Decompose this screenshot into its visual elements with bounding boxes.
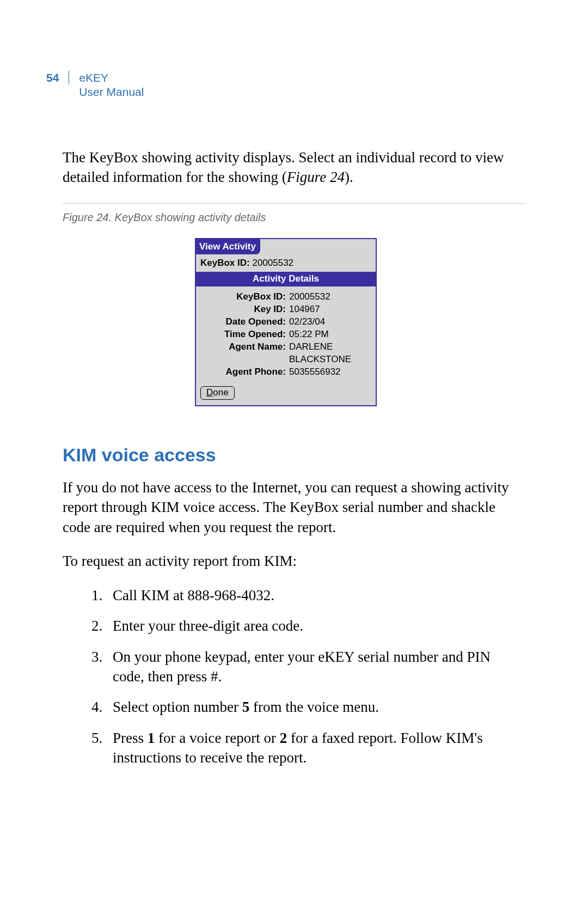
header-doctype: User Manual [79, 85, 144, 99]
detail-row: KeyBox ID: 20005532 [201, 291, 370, 303]
kim-steps-list: Call KIM at 888-968-4032. Enter your thr… [84, 585, 525, 768]
detail-value: DARLENE [289, 341, 370, 353]
detail-value: 05:22 PM [289, 328, 370, 341]
step4-pre: Select option number [113, 699, 242, 715]
step5-a: Press [113, 730, 148, 746]
detail-label: Key ID: [201, 303, 289, 316]
kim-paragraph: If you do not have access to the Interne… [63, 478, 525, 537]
step-2: Enter your three-digit area code. [106, 616, 525, 636]
done-button-rest: one [213, 387, 228, 398]
figure-ref: Figure 24 [287, 169, 345, 185]
detail-value: 104967 [289, 303, 370, 316]
detail-label: Agent Phone: [201, 366, 289, 379]
detail-value: 02/23/04 [289, 316, 370, 328]
activity-details-header: Activity Details [196, 272, 376, 286]
section-heading-kim-voice-access: KIM voice access [63, 444, 525, 466]
palm-titlebar: View Activity [196, 239, 376, 254]
step-3: On your phone keypad, enter your eKEY se… [106, 647, 525, 687]
intro-paragraph: The KeyBox showing activity displays. Se… [63, 148, 525, 187]
detail-value: 5035556932 [289, 366, 370, 379]
palm-footer: Done [196, 383, 376, 405]
done-button-underline: D [206, 387, 213, 398]
intro-text: The KeyBox showing activity displays. Se… [63, 149, 504, 185]
detail-row: . BLACKSTONE [201, 353, 370, 366]
page-header: 54 eKEY User Manual [46, 71, 525, 100]
detail-value: BLACKSTONE [289, 353, 370, 366]
detail-row: Date Opened: 02/23/04 [201, 316, 370, 328]
detail-value: 20005532 [289, 291, 370, 303]
detail-row: Agent Phone: 5035556932 [201, 366, 370, 379]
detail-row: Time Opened: 05:22 PM [201, 328, 370, 341]
kim-lead-in: To request an activity report from KIM: [63, 551, 525, 571]
header-product: eKEY [79, 71, 144, 85]
detail-label: Date Opened: [201, 316, 289, 328]
step5-opt1: 1 [148, 730, 155, 746]
figure-caption: Figure 24. KeyBox showing activity detai… [63, 211, 525, 224]
activity-details-body: KeyBox ID: 20005532 Key ID: 104967 Date … [196, 286, 376, 383]
step5-opt2: 2 [280, 730, 287, 746]
step4-post: from the voice menu. [249, 699, 379, 715]
step5-b: for a voice report or [155, 730, 279, 746]
step-1: Call KIM at 888-968-4032. [106, 585, 525, 605]
keybox-id-label: KeyBox ID: [200, 258, 250, 268]
detail-label: Time Opened: [201, 328, 289, 341]
step-4: Select option number 5 from the voice me… [106, 697, 525, 717]
detail-label: KeyBox ID: [201, 291, 289, 303]
keybox-activity-screenshot: View Activity KeyBox ID: 20005532 Activi… [195, 238, 377, 406]
header-doc-title: eKEY User Manual [69, 71, 144, 100]
keybox-id-value: 20005532 [252, 258, 293, 268]
page-number: 54 [46, 71, 69, 84]
detail-label: Agent Name: [201, 341, 289, 353]
step-5: Press 1 for a voice report or 2 for a fa… [106, 728, 525, 768]
intro-text-end: ). [345, 169, 353, 185]
step4-option-number: 5 [242, 699, 250, 715]
keybox-id-row: KeyBox ID: 20005532 [196, 254, 376, 272]
done-button[interactable]: Done [200, 386, 235, 400]
view-activity-tab: View Activity [196, 239, 260, 254]
detail-row: Agent Name: DARLENE [201, 341, 370, 353]
page: 54 eKEY User Manual The KeyBox showing a… [0, 0, 588, 833]
figure-rule [63, 203, 525, 204]
detail-row: Key ID: 104967 [201, 303, 370, 316]
